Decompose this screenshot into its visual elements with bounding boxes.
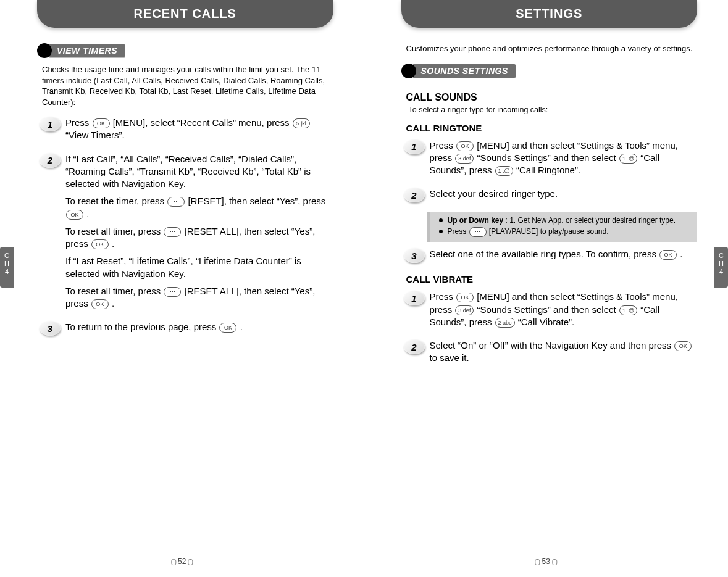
pill-label: VIEW TIMERS <box>48 44 125 57</box>
text: “View Timers”. <box>65 130 125 140</box>
step-num-3: 3 <box>40 321 61 336</box>
step-num-3: 3 <box>404 248 425 263</box>
step-num-2: 2 <box>40 153 61 168</box>
step-num-2: 2 <box>404 188 425 202</box>
ringtone-step-3: 3 Select one of the available ring types… <box>404 248 698 265</box>
note-box: Up or Down key : 1. Get New App. or sele… <box>427 212 698 243</box>
bullet-icon <box>439 218 443 222</box>
text: . <box>86 209 89 219</box>
note-text: Press ⋯ [PLAY/PAUSE] to play/pause sound… <box>448 226 693 237</box>
ringtone-step-2: 2 Select your desired ringer type. <box>404 188 698 205</box>
step-badge: 3 <box>404 248 425 264</box>
text: . <box>112 238 114 249</box>
text: “Sounds Settings” and then select <box>477 304 619 315</box>
text: If “Last Call”, “All Calls”, “Received C… <box>65 153 333 191</box>
section-pill-sounds: SOUNDS SETTINGS <box>401 64 516 78</box>
step-badge: 2 <box>40 153 61 169</box>
step-num-1: 1 <box>404 139 425 154</box>
ok-key-icon: OK <box>674 341 692 351</box>
key-3-icon: 3 def <box>455 154 474 164</box>
heading-call-sounds: CALL SOUNDS <box>406 92 698 103</box>
step-body: To return to the previous page, press OK… <box>65 321 333 338</box>
softkey-icon: ⋯ <box>164 287 181 297</box>
intro-right: Customizes your phone and optimizes perf… <box>406 43 698 54</box>
text: Press <box>65 117 92 128</box>
note-rest: : 1. Get New App. or select your desired… <box>503 216 676 225</box>
step-badge: 2 <box>404 188 425 204</box>
step-badge: 1 <box>404 291 425 307</box>
step-num-1: 1 <box>40 117 61 131</box>
note-text: Up or Down key : 1. Get New App. or sele… <box>448 215 693 226</box>
ok-key-icon: OK <box>456 141 474 151</box>
page-left: RECENT CALLS VIEW TIMERS Checks the usag… <box>0 0 364 577</box>
text: Press <box>430 140 456 151</box>
softkey-icon: ⋯ <box>469 227 487 237</box>
step-badge: 1 <box>404 139 425 156</box>
text: Select one of the available ring types. … <box>430 249 659 259</box>
chapter-tab-left: C H 4 <box>0 247 14 288</box>
note-row: Up or Down key : 1. Get New App. or sele… <box>439 215 693 226</box>
step-3-left: 3 To return to the previous page, press … <box>40 321 333 338</box>
text: . <box>112 298 114 309</box>
heading-call-ringtone: CALL RINGTONE <box>406 123 698 133</box>
ok-key-icon: OK <box>93 118 110 128</box>
ok-key-icon: OK <box>91 299 109 309</box>
pill-dot-icon <box>401 64 416 78</box>
key-1-icon: 1 .@ <box>619 305 637 315</box>
vibrate-step-1: 1 Press OK [MENU] and then select “Setti… <box>404 291 698 333</box>
pill-label: SOUNDS SETTINGS <box>412 64 516 78</box>
text: [RESET], then select “Yes”, press <box>188 196 325 206</box>
step-badge: 3 <box>40 321 61 337</box>
section-pill-view-timers: VIEW TIMERS <box>37 43 125 58</box>
text: Press <box>430 291 456 302</box>
key-5-icon: 5 jkl <box>293 118 310 128</box>
text: To return to the previous page, press <box>65 322 219 332</box>
text: “Call Ringtone”. <box>516 165 580 175</box>
title-text: RECENT CALLS <box>134 7 236 21</box>
bullet-icon <box>439 230 443 233</box>
page-title-left: RECENT CALLS <box>37 0 333 28</box>
caption-call-sounds: To select a ringer type for incoming cal… <box>409 106 698 114</box>
ok-key-icon: OK <box>66 210 83 220</box>
softkey-icon: ⋯ <box>167 197 185 207</box>
step-num-1: 1 <box>404 291 425 305</box>
pill-dot-icon <box>37 43 52 58</box>
title-text: SETTINGS <box>516 7 582 21</box>
page-title-right: SETTINGS <box>401 0 698 28</box>
text: . <box>680 249 682 259</box>
softkey-icon: ⋯ <box>164 227 181 237</box>
ok-key-icon: OK <box>219 323 236 333</box>
intro-left: Checks the usage time and manages your c… <box>42 64 333 107</box>
text: To reset the timer, press <box>65 196 167 206</box>
chapter-tab-right: C H 4 <box>714 247 728 288</box>
vibrate-step-2: 2 Select “On” or “Off” with the Navigati… <box>404 339 698 370</box>
text: To reset all timer, press <box>65 286 163 296</box>
step-2-left: 2 If “Last Call”, “All Calls”, “Received… <box>40 153 333 315</box>
step-num-2: 2 <box>404 339 425 354</box>
step-body: Press OK [MENU] and then select “Setting… <box>430 291 698 333</box>
ok-key-icon: OK <box>659 250 677 260</box>
text: To reset all timer, press <box>65 226 163 236</box>
step-body: Select “On” or “Off” with the Navigation… <box>430 339 698 370</box>
ok-key-icon: OK <box>456 293 474 302</box>
note-row: Press ⋯ [PLAY/PAUSE] to play/pause sound… <box>439 226 693 237</box>
ok-key-icon: OK <box>91 239 109 249</box>
step-body: Select your desired ringer type. <box>430 188 698 205</box>
text: to save it. <box>430 352 469 363</box>
step-body: If “Last Call”, “All Calls”, “Received C… <box>65 153 333 315</box>
step-badge: 2 <box>404 339 425 355</box>
step-body: Select one of the available ring types. … <box>430 248 698 265</box>
note-label: Up or Down key <box>448 216 504 225</box>
key-3-icon: 3 def <box>455 305 474 315</box>
text: If “Last Reset”, “Lifetime Calls”, “Life… <box>65 255 333 280</box>
text: Select your desired ringer type. <box>430 188 698 200</box>
key-1-icon: 1 .@ <box>495 166 513 176</box>
page-right: SETTINGS Customizes your phone and optim… <box>364 0 729 577</box>
key-1-icon: 1 .@ <box>619 154 637 164</box>
step-1-left: 1 Press OK [MENU], select “Recent Calls”… <box>40 117 333 147</box>
key-2-icon: 2 abc <box>495 318 515 328</box>
page-number-left: 52 <box>169 557 195 566</box>
ringtone-step-1: 1 Press OK [MENU] and then select “Setti… <box>404 139 698 182</box>
text: Press <box>448 227 469 236</box>
step-body: Press OK [MENU], select “Recent Calls” m… <box>65 117 333 147</box>
